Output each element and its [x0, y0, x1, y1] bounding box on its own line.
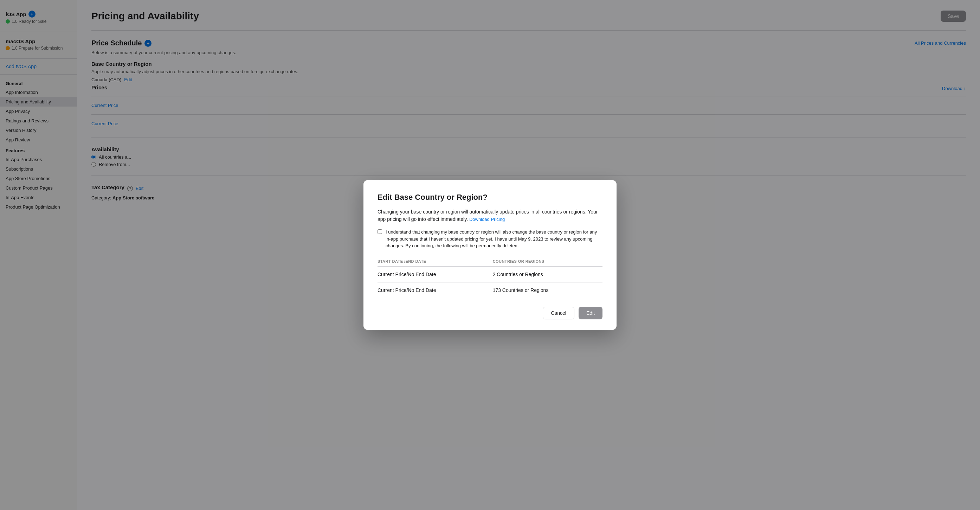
- modal-title: Edit Base Country or Region?: [377, 193, 603, 202]
- modal-col1-header: START DATE /END DATE: [377, 257, 493, 266]
- modal-actions: Cancel Edit: [377, 307, 603, 319]
- modal-table-row: Current Price/No End Date2 Countries or …: [377, 266, 603, 282]
- modal-checkbox[interactable]: [377, 230, 382, 234]
- edit-button[interactable]: Edit: [579, 307, 603, 319]
- modal-checkbox-text: I understand that changing my base count…: [386, 229, 603, 249]
- download-pricing-link[interactable]: Download Pricing: [469, 217, 505, 222]
- modal-checkbox-row: I understand that changing my base count…: [377, 229, 603, 249]
- modal-table-row: Current Price/No End Date173 Countries o…: [377, 282, 603, 298]
- modal-table-date-1: Current Price/No End Date: [377, 282, 493, 298]
- modal-table-date-0: Current Price/No End Date: [377, 266, 493, 282]
- modal-table: START DATE /END DATE COUNTRIES OR REGION…: [377, 257, 603, 298]
- modal-description: Changing your base country or region wil…: [377, 208, 603, 223]
- modal-col2-header: COUNTRIES OR REGIONS: [493, 257, 603, 266]
- modal-overlay[interactable]: Edit Base Country or Region? Changing yo…: [0, 0, 980, 510]
- modal-table-regions-1: 173 Countries or Regions: [493, 282, 603, 298]
- modal-table-regions-0: 2 Countries or Regions: [493, 266, 603, 282]
- cancel-button[interactable]: Cancel: [543, 307, 574, 319]
- modal-dialog: Edit Base Country or Region? Changing yo…: [363, 180, 617, 330]
